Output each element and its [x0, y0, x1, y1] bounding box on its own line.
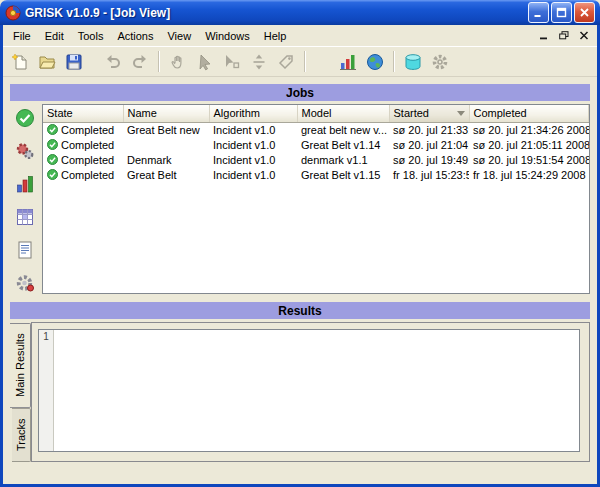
tab-tracks[interactable]: Tracks: [12, 408, 31, 462]
results-section-header: Results: [10, 302, 590, 319]
column-header-completed[interactable]: Completed: [469, 105, 589, 122]
column-header-name[interactable]: Name: [123, 105, 209, 122]
select-arrow-icon[interactable]: [192, 49, 217, 74]
column-header-state[interactable]: State: [43, 105, 123, 122]
jobs-section-title: Jobs: [286, 86, 314, 100]
completed-icon: [47, 154, 58, 165]
menu-file[interactable]: File: [6, 28, 38, 44]
toolbar-separator: [158, 51, 159, 72]
minimize-button[interactable]: [528, 2, 549, 23]
jobs-table-header-row: State Name Algorithm Model Started Compl…: [43, 105, 589, 122]
line-number-gutter: 1: [39, 330, 54, 451]
job-model: great belt new v...: [297, 122, 389, 137]
report-view-icon[interactable]: [13, 238, 37, 261]
completed-icon: [47, 124, 58, 135]
titlebar[interactable]: GRISK v1.0.9 - [Job View]: [0, 0, 600, 25]
results-content[interactable]: [54, 330, 579, 451]
new-document-icon[interactable]: [7, 49, 32, 74]
job-state: Completed: [61, 124, 114, 136]
job-state: Completed: [61, 169, 114, 181]
job-algorithm: Incident v1.0: [209, 137, 297, 152]
jobs-body: State Name Algorithm Model Started Compl…: [10, 104, 590, 294]
job-algorithm: Incident v1.0: [209, 122, 297, 137]
results-tab-panel: 1: [31, 322, 590, 462]
job-state: Completed: [61, 154, 114, 166]
tag-icon[interactable]: [273, 49, 298, 74]
sort-descending-icon: [457, 111, 465, 116]
undo-icon[interactable]: [100, 49, 125, 74]
open-icon[interactable]: [34, 49, 59, 74]
mdi-window-controls: [535, 28, 594, 43]
results-section-title: Results: [278, 304, 321, 318]
job-started: sø 20. jul 21:33:...: [389, 122, 469, 137]
maximize-button[interactable]: [551, 2, 572, 23]
split-arrows-icon[interactable]: [246, 49, 271, 74]
job-view-panel: Jobs: [3, 77, 597, 484]
database-icon[interactable]: [400, 49, 425, 74]
mdi-minimize-button[interactable]: [535, 28, 552, 43]
chart-view-icon[interactable]: [13, 173, 37, 196]
job-state: Completed: [61, 139, 114, 151]
job-started: sø 20. jul 21:04:...: [389, 137, 469, 152]
job-name: Denmark: [123, 152, 209, 167]
job-completed: sø 20. jul 21:05:11 2008: [469, 137, 589, 152]
results-text-area[interactable]: 1: [38, 329, 580, 452]
menu-windows[interactable]: Windows: [198, 28, 257, 44]
completed-icon: [47, 139, 58, 150]
table-row[interactable]: Completed Denmark Incident v1.0 denmark …: [43, 152, 589, 167]
table-row[interactable]: Completed Great Belt Incident v1.0 Great…: [43, 167, 589, 182]
menubar: File Edit Tools Actions View Windows Hel…: [3, 25, 597, 46]
job-started: sø 20. jul 19:49:...: [389, 152, 469, 167]
column-header-started[interactable]: Started: [389, 105, 469, 122]
jobs-section-header: Jobs: [10, 84, 590, 101]
process-view-icon[interactable]: [13, 140, 37, 163]
job-model: Great Belt v1.14: [297, 137, 389, 152]
completed-icon: [47, 169, 58, 180]
job-view-icon[interactable]: [13, 107, 37, 130]
globe-icon[interactable]: [362, 49, 387, 74]
tab-main-results[interactable]: Main Results: [10, 323, 31, 408]
toolbar-separator: [393, 51, 394, 72]
toolbar: [3, 46, 597, 77]
column-header-algorithm[interactable]: Algorithm: [209, 105, 297, 122]
menu-help[interactable]: Help: [257, 28, 294, 44]
job-settings-icon[interactable]: [13, 271, 37, 294]
redo-icon[interactable]: [127, 49, 152, 74]
save-icon[interactable]: [61, 49, 86, 74]
job-name: Great Belt new: [123, 122, 209, 137]
window-frame: File Edit Tools Actions View Windows Hel…: [0, 25, 600, 487]
mdi-close-button[interactable]: [575, 28, 592, 43]
app-window: GRISK v1.0.9 - [Job View] File Edit Tool…: [0, 0, 600, 487]
job-started: fr 18. jul 15:23:5...: [389, 167, 469, 182]
view-sidebar: [10, 104, 40, 294]
job-model: denmark v1.1: [297, 152, 389, 167]
node-edit-icon[interactable]: [219, 49, 244, 74]
jobs-table: State Name Algorithm Model Started Compl…: [42, 104, 590, 294]
pan-hand-icon[interactable]: [165, 49, 190, 74]
results-tab-bar: Main Results Tracks: [10, 322, 31, 462]
menu-actions[interactable]: Actions: [110, 28, 160, 44]
job-name: [123, 137, 209, 152]
job-completed: sø 20. jul 19:51:54 2008: [469, 152, 589, 167]
column-header-model[interactable]: Model: [297, 105, 389, 122]
job-model: Great Belt v1.15: [297, 167, 389, 182]
menu-edit[interactable]: Edit: [38, 28, 71, 44]
menu-tools[interactable]: Tools: [71, 28, 111, 44]
mdi-restore-button[interactable]: [555, 28, 572, 43]
toolbar-separator: [304, 51, 305, 72]
settings-gear-icon[interactable]: [427, 49, 452, 74]
job-algorithm: Incident v1.0: [209, 152, 297, 167]
table-row[interactable]: Completed Incident v1.0 Great Belt v1.14…: [43, 137, 589, 152]
job-name: Great Belt: [123, 167, 209, 182]
job-completed: fr 18. jul 15:24:29 2008: [469, 167, 589, 182]
job-completed: sø 20. jul 21:34:26 2008: [469, 122, 589, 137]
results-body: Main Results Tracks 1: [10, 322, 590, 462]
line-number: 1: [43, 331, 49, 342]
window-title: GRISK v1.0.9 - [Job View]: [25, 6, 526, 20]
chart-icon[interactable]: [335, 49, 360, 74]
menu-view[interactable]: View: [160, 28, 198, 44]
table-row[interactable]: Completed Great Belt new Incident v1.0 g…: [43, 122, 589, 137]
matrix-view-icon[interactable]: [13, 205, 37, 228]
close-button[interactable]: [574, 2, 595, 23]
app-icon: [5, 5, 21, 21]
